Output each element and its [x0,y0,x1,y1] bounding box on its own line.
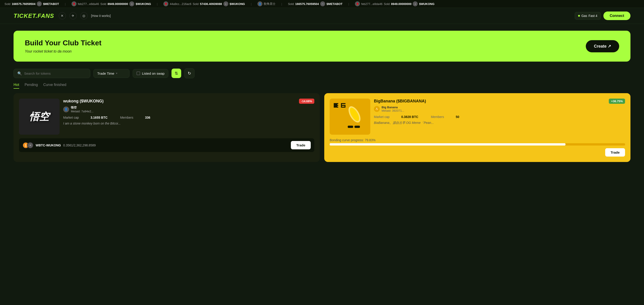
gas-label: Gas [581,14,587,18]
creator-meta-wukong: Metaid: 7a94e2... [71,110,94,113]
ticker-inner: Sold 166575.76059504 🎮 $METABOT | 🥊 feb2… [0,1,439,6]
hero-title: Build Your Club Ticket [25,39,102,47]
svg-rect-10 [344,106,346,107]
creator-avatar-bigbanana: 🍌 [374,106,380,112]
card-wukong: 悟空 wukong ($WUKONG) -14.68% 👤 悟空 Metaid:… [14,93,320,162]
trade-time-label: Trade Time [97,72,114,75]
ticker-bar: Sold 166575.76059504 🎮 $METABOT | 🥊 feb2… [0,0,644,8]
market-cap-value-wukong: 3.1655 BTC [90,116,108,119]
bonding-section: Bonding curve progress: 79.83% Trade [330,138,625,156]
svg-rect-6 [341,104,342,105]
market-cap-value-bigbanana: 0.3828 BTC [401,115,418,119]
card-wukong-title-row: wukong ($WUKONG) -14.68% [63,98,314,104]
members-label-bigbanana: Members [431,115,444,119]
ticker-avatar: 🎮 [320,1,325,6]
bonding-label: Bonding curve progress: 79.83% [330,138,625,142]
svg-rect-11 [341,107,346,108]
tab-curve-finished[interactable]: Curve finished [43,83,66,89]
card-wukong-badge: -14.68% [299,98,314,104]
members-value-bigbanana: 50 [456,115,460,119]
members-value-wukong: 336 [145,116,150,119]
listed-swap-checkbox[interactable] [136,72,140,75]
connect-button[interactable]: Connect [604,12,630,20]
how-it-works-link[interactable]: [How it works] [91,14,111,18]
ticker-avatar: 🥊 [72,1,76,6]
refresh-icon: ↻ [188,71,191,76]
svg-rect-5 [341,103,346,104]
card-bigbanana-desc: BiaBanana。源自古早 OG Meme「Pean... [374,121,625,125]
ticker-avatar-wukong3: ⚔ [413,1,418,6]
card-wukong-footer: ₿ ⚔ WBTC-WUKONG 0.3561/2,362,298.8589 Tr… [19,138,314,152]
svg-rect-4 [334,107,338,108]
card-bigbanana-stats: Market cap 0.3828 BTC Members 50 [374,115,625,119]
pair-icons-wukong: ₿ ⚔ [22,142,34,148]
trade-button-bigbanana[interactable]: Trade [605,148,625,156]
hero-banner: Build Your Club Ticket Your rocket ticke… [14,31,630,62]
telegram-icon[interactable]: ✈ [70,12,77,20]
card-bigbanana-creator-row: 🍌 Big Banana Metaid: 392071... [374,106,625,112]
search-icon: 🔍 [17,71,22,76]
gas-badge: Gas Fast 4 [575,12,601,20]
discord-icon[interactable]: ◎ [80,12,88,20]
tab-hot[interactable]: Hot [14,83,19,89]
tabs: Hot Pending Curve finished [0,83,644,89]
ticker-avatar: 🥊 [355,1,360,6]
card-bigbanana-badge: +36.75% [609,98,625,104]
trade-button-wukong[interactable]: Trade [291,141,311,149]
pair-label-wukong: WBTC-WUKONG [36,144,61,147]
ticker-avatar: 🥊 [163,1,168,6]
listed-swap-label: Listed on swap [142,72,164,75]
header-nav: ✕ ✈ ◎ [How it works] [59,12,111,20]
sort-button[interactable]: ⇅ [172,68,181,78]
svg-rect-9 [341,106,342,107]
filter-bar: 🔍 Trade Time ▾ Listed on swap ⇅ ↻ [0,68,644,78]
svg-rect-3 [334,106,337,107]
pair-info-wukong: ₿ ⚔ WBTC-WUKONG 0.3561/2,362,298.8589 [22,142,96,148]
header: TiCKET.FANS ✕ ✈ ◎ [How it works] Gas Fas… [0,8,644,24]
create-button[interactable]: Create ↗ [586,40,619,52]
ticker-avatar-user: 👤 [258,1,262,6]
listed-on-swap[interactable]: Listed on swap [133,69,168,78]
refresh-button[interactable]: ↻ [184,68,194,78]
search-input[interactable] [24,72,86,75]
x-icon[interactable]: ✕ [59,12,66,20]
bonding-footer: Trade [330,148,625,156]
ticker-item: Sold 166575.76059504 🎮 $METABOT [4,1,59,6]
card-wukong-stats: Market cap 3.1655 BTC Members 336 [63,116,314,119]
gas-dot [578,15,580,17]
svg-rect-15 [354,126,360,128]
tab-pending[interactable]: Pending [24,83,38,89]
trade-time-select[interactable]: Trade Time ▾ [94,69,130,78]
search-box[interactable]: 🔍 [14,69,90,78]
ticker-avatar: 🎮 [37,1,42,6]
creator-name-bigbanana: Big Banana [382,106,404,109]
wukong-pair-icon: ⚔ [27,142,34,148]
card-bigbanana-title: BigBanana ($BIGBANANA) [374,99,426,104]
sort-icon: ⇅ [175,71,178,76]
card-bigbanana: BigBanana ($BIGBANANA) +36.75% 🍌 Big Ban… [324,93,630,162]
ticker-item: 🥊 feb277...e8da46 Sold 8949.00000000 ⚔ $… [355,1,434,6]
chevron-down-icon: ▾ [116,72,117,75]
members-label-wukong: Members [120,116,133,119]
ticker-avatar-wukong: ⚔ [129,1,134,6]
market-cap-label-bigbanana: Market cap [374,115,390,119]
ticker-item: 🥊 feb277...e8da46 Sold 8949.00000000 ⚔ $… [72,1,151,6]
svg-rect-2 [334,105,338,106]
bonding-bar-fill [330,143,566,146]
ticker-avatar-wukong2: ⚔ [224,1,228,6]
svg-rect-14 [348,126,353,128]
card-wukong-title: wukong ($WUKONG) [63,99,104,104]
ticker-item: Sold 166575.76059504 🎮 $METABOT [288,1,342,6]
svg-rect-8 [344,105,346,106]
market-cap-label-wukong: Market cap [63,116,79,119]
logo: TiCKET.FANS [14,12,54,20]
card-bigbanana-info: BigBanana ($BIGBANANA) +36.75% 🍌 Big Ban… [374,98,625,125]
wukong-image: 悟空 [19,98,60,135]
card-wukong-creator-row: 👤 悟空 Metaid: 7a94e2... [63,106,314,113]
card-wukong-desc: I am a stone monkey born on the Bitcoi..… [63,122,314,125]
pair-amount-wukong: 0.3561/2,362,298.8589 [63,144,96,147]
creator-name-wukong: 悟空 [71,106,94,110]
gas-value: Fast 4 [588,14,597,18]
ticker-item: 🥊 44a9cc...216ac6 Sold 57436.40939088 ⚔ … [163,1,245,6]
cards-grid: 悟空 wukong ($WUKONG) -14.68% 👤 悟空 Metaid:… [0,93,644,171]
